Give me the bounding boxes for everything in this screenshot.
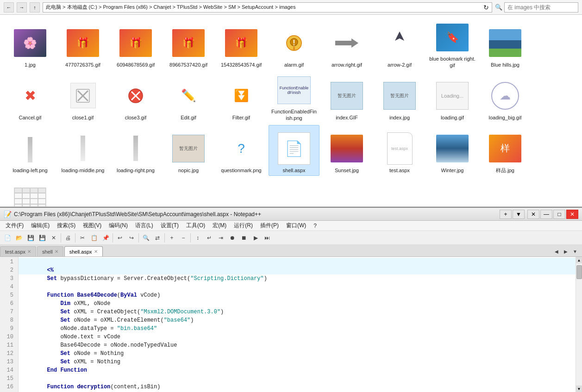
tab-close-icon[interactable]: ✕ — [27, 249, 31, 254]
toolbar-save[interactable]: 💾 — [25, 232, 36, 243]
toolbar-wrap[interactable]: ↵ — [204, 232, 215, 243]
file-item[interactable]: 样 样品.jpg — [480, 125, 531, 176]
file-name: 4770726375.gif — [65, 62, 100, 68]
file-item[interactable]: arrow.right.gif — [321, 19, 372, 70]
menu-edit[interactable]: 编辑(E) — [27, 221, 53, 230]
file-item[interactable]: 🎁 89667537420.gif — [163, 19, 214, 70]
file-item[interactable]: loading-left.png — [5, 125, 56, 176]
toolbar-print[interactable]: 🖨 — [63, 232, 74, 243]
file-item[interactable]: ✖ Cancel.gif — [5, 72, 56, 123]
search-input[interactable] — [504, 2, 578, 12]
scroll-down-arrow[interactable]: ▼ — [576, 386, 582, 392]
code-editor[interactable]: <% Set bypassDictionary = Server.CreateO… — [19, 257, 576, 392]
file-item[interactable]: loading-middle.png — [57, 125, 108, 176]
npp-close-button[interactable]: ✕ — [527, 210, 539, 219]
menu-encode[interactable]: 编码(N) — [105, 221, 131, 230]
refresh-icon[interactable]: ↻ — [483, 4, 489, 11]
line-number: 2 — [0, 266, 15, 274]
tab-close-icon[interactable]: ✕ — [55, 249, 58, 254]
file-item[interactable]: ☁ loading_big.gif — [480, 72, 531, 123]
nav-up-button[interactable]: ↑ — [30, 2, 40, 12]
file-item[interactable]: 🎁 60948678569.gif — [110, 19, 161, 70]
file-item[interactable]: 🔖 blue bookmark right.gif — [427, 19, 478, 70]
file-item[interactable]: Winter.jpg — [427, 125, 478, 176]
minimize-button[interactable]: — — [540, 210, 552, 219]
window-arrow-button[interactable]: ▼ — [513, 210, 525, 219]
toolbar-new[interactable]: 📄 — [2, 232, 13, 243]
toolbar-find[interactable]: 🔍 — [140, 232, 151, 243]
menu-help[interactable]: ? — [310, 222, 320, 230]
file-item[interactable]: 🎁 4770726375.gif — [57, 19, 108, 70]
scroll-thumb[interactable] — [576, 265, 582, 279]
tab-close-icon[interactable]: ✕ — [94, 249, 98, 254]
toolbar-macro-play[interactable]: ▶ — [250, 232, 261, 243]
tab-shell-aspx[interactable]: shell.aspx ✕ — [64, 246, 103, 256]
scrollbar-vertical[interactable]: ▲ ▼ — [576, 257, 582, 392]
menu-run[interactable]: 运行(R) — [230, 221, 257, 230]
file-item[interactable]: close3.gif — [110, 72, 161, 123]
toolbar-sync-scroll[interactable]: ↕ — [192, 232, 203, 243]
menu-plugins[interactable]: 插件(P) — [257, 221, 282, 230]
menu-search[interactable]: 搜索(S) — [53, 221, 79, 230]
tab-test-aspx[interactable]: test.aspx ✕ — [0, 246, 36, 256]
file-name: loading.gif — [441, 114, 464, 121]
file-item[interactable]: 🎁 154328543574.gif — [216, 19, 267, 70]
file-item[interactable]: loading-right.png — [110, 125, 161, 176]
tab-shell[interactable]: shell ✕ — [37, 246, 63, 256]
toolbar-macro-stop[interactable]: ⏹ — [238, 232, 250, 243]
toolbar-redo[interactable]: ↪ — [126, 232, 137, 243]
file-item[interactable]: ! alarm.gif — [269, 19, 319, 70]
tab-list[interactable]: ▼ — [571, 247, 579, 255]
file-item[interactable]: ✏️ Edit.gif — [163, 72, 214, 123]
file-item[interactable]: 🌸 1.jpg — [5, 19, 56, 70]
file-name: shell.aspx — [283, 167, 306, 174]
file-item[interactable]: 用友通2.jpg — [5, 178, 56, 206]
toolbar-open[interactable]: 📂 — [13, 232, 25, 243]
toolbar-paste[interactable]: 📌 — [100, 232, 111, 243]
window-plus-button[interactable]: + — [500, 210, 512, 219]
file-name: FunctionEnabledFinish.png — [271, 108, 317, 121]
toolbar-zoom-out[interactable]: − — [178, 232, 189, 243]
menu-window[interactable]: 窗口(W) — [282, 221, 310, 230]
toolbar-zoom-in[interactable]: + — [166, 232, 177, 243]
toolbar-indent[interactable]: ⇥ — [215, 232, 226, 243]
toolbar-undo[interactable]: ↩ — [114, 232, 125, 243]
scroll-up-arrow[interactable]: ▲ — [576, 257, 582, 263]
address-path[interactable]: 此电脑 > 本地磁盘 (C:) > Program Files (x86) > … — [43, 2, 492, 12]
file-item[interactable]: close1.gif — [57, 72, 108, 123]
menu-file[interactable]: 文件(F) — [2, 221, 27, 230]
toolbar-close[interactable]: ✕ — [48, 232, 59, 243]
toolbar-macro-run[interactable]: ⏭ — [262, 232, 273, 243]
explorer-window: ← → ↑ 此电脑 > 本地磁盘 (C:) > Program Files (x… — [0, 0, 582, 207]
nav-back-button[interactable]: ← — [4, 2, 14, 12]
scroll-track[interactable] — [576, 263, 582, 386]
toolbar-cut[interactable]: ✂ — [77, 232, 88, 243]
file-item[interactable]: 暂无图片 index.jpg — [374, 72, 425, 123]
toolbar-macro-rec[interactable]: ⏺ — [227, 232, 238, 243]
file-item[interactable]: Loading... loading.gif — [427, 72, 478, 123]
menu-tools[interactable]: 工具(O) — [182, 221, 209, 230]
file-item[interactable]: 暂无图片 index.GIF — [321, 72, 372, 123]
file-item[interactable]: arrow-2.gif — [374, 19, 425, 70]
toolbar-copy[interactable]: 📋 — [88, 232, 100, 243]
tab-scroll-right[interactable]: ▶ — [562, 247, 570, 255]
file-item-shell-aspx[interactable]: 📄 shell.aspx — [269, 125, 319, 176]
toolbar-save-all[interactable]: 💾 — [37, 232, 48, 243]
file-item[interactable]: ? questionmark.png — [216, 125, 267, 176]
maximize-button[interactable]: □ — [553, 210, 565, 219]
menu-language[interactable]: 语言(L) — [131, 221, 157, 230]
tab-scroll-left[interactable]: ◀ — [552, 247, 561, 255]
file-item[interactable]: Blue hills.jpg — [480, 19, 531, 70]
close-window-button[interactable]: ✕ — [566, 210, 578, 219]
file-item[interactable]: FunctionEnabledFinish FunctionEnabledFin… — [269, 72, 319, 123]
file-item[interactable]: test.aspx test.aspx — [374, 125, 425, 176]
file-item[interactable]: ⏬ Filter.gif — [216, 72, 267, 123]
nav-forward-button[interactable]: → — [17, 2, 27, 12]
toolbar-replace[interactable]: ⇄ — [152, 232, 163, 243]
file-item[interactable]: 暂无图片 nopic.jpg — [163, 125, 214, 176]
menu-settings[interactable]: 设置(T) — [157, 221, 182, 230]
file-item[interactable]: Sunset.jpg — [321, 125, 372, 176]
line-number: 14 — [0, 366, 15, 374]
menu-macro[interactable]: 宏(M) — [209, 221, 230, 230]
menu-view[interactable]: 视图(V) — [79, 221, 105, 230]
